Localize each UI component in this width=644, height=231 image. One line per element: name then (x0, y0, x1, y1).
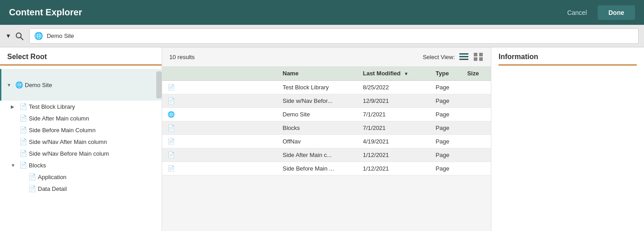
row-last-modified: 1/12/2021 (358, 148, 431, 162)
file-icon: 📄 (168, 125, 175, 131)
sidebar-item-label: Blocks (29, 162, 46, 169)
sidebar-item-side-before-main[interactable]: 📄 Side Before Main Column (0, 124, 162, 136)
row-last-modified: 7/1/2021 (358, 108, 431, 121)
table-header: Name Last Modified ▼ Type Size (162, 66, 491, 81)
svg-rect-6 (479, 53, 483, 56)
file-icon: 📄 (168, 138, 175, 145)
results-count: 10 results (169, 54, 195, 60)
sidebar-item-blocks[interactable]: ▼ 📄 Blocks (0, 159, 162, 171)
search-bar: ▼ 🌐 (0, 25, 644, 47)
toggle-arrow: ▶ (11, 104, 17, 109)
col-last-modified-header[interactable]: Last Modified ▼ (358, 66, 431, 81)
results-table-container[interactable]: Name Last Modified ▼ Type Size 📄 Test Bl… (162, 66, 491, 231)
grid-view-icon (474, 53, 483, 61)
view-selector: Select View: (423, 52, 484, 62)
svg-rect-7 (474, 57, 477, 61)
file-icon: 📄 (19, 150, 27, 157)
file-icon: 📄 (19, 115, 27, 122)
svg-rect-3 (459, 56, 468, 57)
row-icon-cell: 📄 (162, 81, 277, 94)
row-icon-cell: 📄 (162, 148, 277, 162)
row-name: Side After Main c... (277, 148, 358, 162)
sidebar-item-label: Demo Site (25, 82, 52, 88)
sidebar-item-side-wnav-before[interactable]: 📄 Side w/Nav Before Main colum (0, 148, 162, 159)
file-icon: 📄 (168, 84, 175, 91)
row-last-modified: 1/12/2021 (358, 162, 431, 176)
row-size (462, 162, 491, 176)
file-icon: 📄 (168, 165, 175, 172)
toggle-arrow: ▼ (7, 83, 13, 88)
row-icon-cell: 📄 (162, 121, 277, 135)
cancel-button[interactable]: Cancel (562, 6, 592, 19)
sidebar-item-label: Side After Main column (29, 115, 89, 122)
sidebar-item-demo-site[interactable]: ▼ 🌐 Demo Site (0, 69, 162, 101)
row-name: Side w/Nav Befor... (277, 94, 358, 108)
grid-view-button[interactable] (473, 52, 484, 62)
file-icon: 📄 (168, 97, 175, 104)
sidebar-item-test-block-library[interactable]: ▶ 📄 Test Block Library (0, 101, 162, 112)
file-icon: 📄 (28, 173, 36, 180)
results-table: Name Last Modified ▼ Type Size 📄 Test Bl… (162, 66, 491, 176)
table-row[interactable]: 📄 Side w/Nav Befor... 12/9/2021 Page (162, 94, 491, 108)
table-row[interactable]: 📄 Blocks 7/1/2021 Page (162, 121, 491, 135)
table-row[interactable]: 📄 Test Block Library 8/25/2022 Page (162, 81, 491, 94)
globe-icon: 🌐 (15, 81, 23, 88)
results-header: 10 results Select View: (162, 47, 491, 66)
search-input[interactable] (47, 32, 634, 39)
table-row[interactable]: 📄 Side After Main c... 1/12/2021 Page (162, 148, 491, 162)
sidebar-item-label: Side w/Nav Before Main colum (29, 150, 109, 157)
row-icon-cell: 📄 (162, 135, 277, 148)
file-icon: 📄 (19, 126, 27, 134)
center-panel: 10 results Select View: (162, 47, 491, 231)
row-last-modified: 8/25/2022 (358, 81, 431, 94)
col-name-header: Name (277, 66, 358, 81)
row-last-modified: 4/19/2021 (358, 135, 431, 148)
file-icon: 📄 (19, 138, 27, 145)
globe-icon: 🌐 (34, 32, 43, 40)
sidebar-item-application[interactable]: 📄 Application (0, 171, 162, 183)
search-icon (15, 32, 24, 41)
col-type-header: Type (430, 66, 462, 81)
list-view-button[interactable] (458, 52, 469, 62)
table-row[interactable]: 📄 Side Before Main ... 1/12/2021 Page (162, 162, 491, 176)
sidebar-item-side-wnav-after[interactable]: 📄 Side w/Nav After Main column (0, 136, 162, 148)
toggle-arrow: ▼ (11, 163, 17, 168)
row-name: Side Before Main ... (277, 162, 358, 176)
sidebar-item-label: Side w/Nav After Main column (29, 139, 107, 145)
row-type: Page (430, 121, 462, 135)
svg-rect-8 (479, 57, 483, 61)
row-size (462, 148, 491, 162)
sidebar-item-data-detail[interactable]: 📄 Data Detail (0, 183, 162, 194)
row-type: Page (430, 148, 462, 162)
row-size (462, 135, 491, 148)
row-type: Page (430, 135, 462, 148)
done-button[interactable]: Done (598, 5, 635, 20)
row-icon-cell: 🌐 (162, 108, 277, 121)
row-last-modified: 7/1/2021 (358, 121, 431, 135)
row-name: Demo Site (277, 108, 358, 121)
sidebar-item-side-after-main[interactable]: 📄 Side After Main column (0, 112, 162, 124)
chevron-down-icon: ▼ (5, 32, 11, 39)
row-size (462, 81, 491, 94)
search-toggle[interactable]: ▼ (5, 30, 26, 42)
list-view-icon (459, 53, 468, 61)
search-icon-wrapper (13, 30, 26, 42)
sidebar-item-label: Data Detail (38, 185, 67, 192)
sort-arrow: ▼ (404, 71, 408, 76)
sidebar-item-label: Application (38, 174, 67, 180)
app-title: Content Explorer (9, 7, 82, 18)
results-body: 📄 Test Block Library 8/25/2022 Page 📄 Si… (162, 81, 491, 176)
search-input-wrapper: 🌐 (29, 28, 639, 44)
table-row[interactable]: 🌐 Demo Site 7/1/2021 Page (162, 108, 491, 121)
header: Content Explorer Cancel Done (0, 0, 644, 25)
row-name: OffNav (277, 135, 358, 148)
sidebar-heading: Select Root (0, 53, 162, 65)
row-size (462, 94, 491, 108)
file-icon: 📄 (28, 185, 36, 192)
view-selector-label: Select View: (423, 54, 455, 60)
file-icon: 📄 (168, 152, 175, 158)
row-type: Page (430, 81, 462, 94)
row-type: Page (430, 162, 462, 176)
row-icon-cell: 📄 (162, 94, 277, 108)
table-row[interactable]: 📄 OffNav 4/19/2021 Page (162, 135, 491, 148)
